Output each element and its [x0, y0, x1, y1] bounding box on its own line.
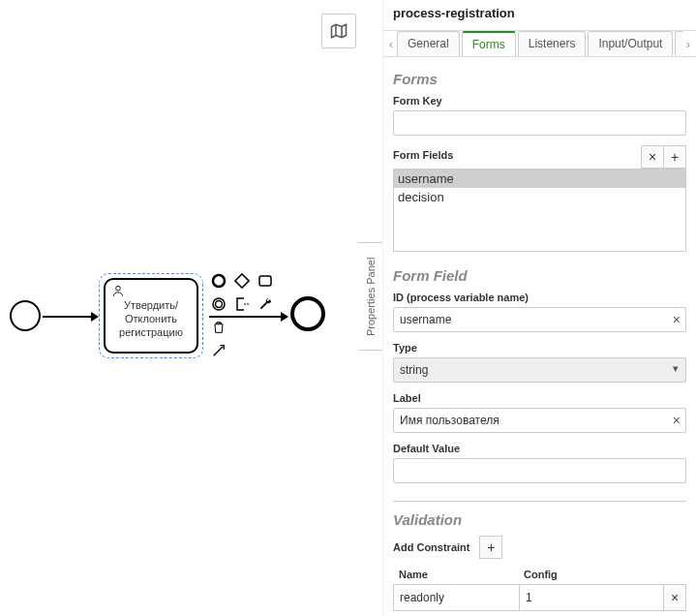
svg-point-7 [216, 301, 223, 308]
ff-type-select[interactable]: string [393, 357, 686, 383]
constraint-remove-button[interactable]: × [663, 584, 686, 611]
panel-toggle-label: Properties Panel [365, 257, 377, 335]
ff-default-input[interactable] [393, 458, 686, 483]
pad-append-event[interactable] [209, 271, 228, 291]
clear-icon[interactable]: × [673, 313, 681, 326]
form-field-remove-button[interactable]: × [641, 145, 664, 169]
add-constraint-label: Add Constraint [393, 541, 469, 553]
form-fields-list[interactable]: username decision [393, 169, 686, 252]
element-id-title: process-registration [383, 0, 696, 30]
table-row: × [393, 584, 686, 611]
end-event[interactable] [290, 296, 325, 331]
svg-rect-4 [235, 274, 249, 288]
svg-point-3 [213, 275, 225, 287]
tab-bar: ‹ General Forms Listeners Input/Output E… [383, 30, 696, 57]
trash-icon [211, 320, 227, 335]
constraint-name-input[interactable] [393, 584, 520, 611]
pad-annotation[interactable] [232, 294, 252, 314]
list-item[interactable]: username [394, 169, 685, 188]
ff-type-label: Type [393, 342, 686, 354]
section-validation-title: Validation [393, 511, 686, 528]
arrow-head-icon [281, 312, 288, 322]
connect-icon [211, 343, 227, 358]
svg-rect-5 [259, 276, 271, 286]
pad-append-task[interactable] [256, 271, 275, 291]
form-key-label: Form Key [393, 95, 686, 107]
form-fields-label: Form Fields [393, 149, 641, 161]
ff-default-label: Default Value [393, 443, 686, 454]
ff-label-label: Label [393, 392, 686, 404]
pad-append-intermediate[interactable] [209, 294, 228, 314]
list-item[interactable]: decision [394, 188, 685, 206]
pad-wrench[interactable] [256, 294, 275, 314]
pad-connect[interactable] [209, 341, 228, 360]
pad-delete[interactable] [209, 318, 228, 337]
tab-input-output[interactable]: Input/Output [588, 31, 673, 56]
start-event[interactable] [10, 300, 41, 331]
minimap-toggle[interactable] [321, 14, 356, 48]
panel-toggle[interactable]: Properties Panel [358, 242, 383, 351]
plus-icon: + [487, 539, 495, 555]
bpmn-diagram: Утвердить/Отклонить регистрацию [10, 271, 358, 387]
form-key-input[interactable] [393, 110, 686, 136]
sequence-flow[interactable] [43, 316, 93, 318]
annotation-icon [234, 296, 250, 312]
times-icon: × [671, 590, 679, 605]
divider [393, 501, 686, 502]
clear-icon[interactable]: × [673, 414, 681, 427]
arrow-head-icon [91, 312, 99, 322]
pad-append-gateway[interactable] [232, 271, 252, 291]
section-form-field-title: Form Field [393, 267, 686, 284]
form-field-add-button[interactable]: + [663, 145, 686, 169]
task-icon [257, 273, 273, 289]
wrench-icon [257, 296, 273, 312]
circle-bold-icon [211, 273, 227, 289]
user-task-label: Утвердить/Отклонить регистрацию [109, 298, 193, 340]
tab-forms[interactable]: Forms [462, 31, 516, 56]
tab-extensions[interactable]: Extensions [675, 31, 682, 56]
tab-listeners[interactable]: Listeners [518, 31, 587, 56]
diamond-icon [234, 273, 250, 289]
section-forms-title: Forms [393, 71, 686, 87]
user-task[interactable]: Утвердить/Отклонить регистрацию [99, 273, 203, 358]
plus-icon: + [671, 149, 679, 165]
constraints-col-name: Name [393, 569, 519, 584]
tabs-scroll-right[interactable]: › [682, 37, 694, 51]
svg-point-2 [116, 286, 121, 291]
ff-id-label: ID (process variable name) [393, 292, 686, 303]
properties-panel: process-registration ‹ General Forms Lis… [382, 0, 696, 616]
tab-general[interactable]: General [397, 31, 460, 56]
sequence-flow[interactable] [209, 316, 283, 318]
constraint-config-input[interactable] [519, 584, 664, 611]
add-constraint-button[interactable]: + [479, 536, 502, 559]
map-icon [330, 22, 348, 40]
ff-label-input[interactable] [393, 408, 686, 433]
times-icon: × [649, 149, 656, 165]
user-icon [111, 284, 125, 297]
double-circle-icon [211, 296, 227, 312]
ff-id-input[interactable] [393, 307, 686, 332]
tabs-scroll-left[interactable]: ‹ [385, 37, 397, 51]
diagram-canvas[interactable]: Утвердить/Отклонить регистрацию [0, 0, 368, 616]
constraints-col-config: Config [518, 569, 663, 584]
